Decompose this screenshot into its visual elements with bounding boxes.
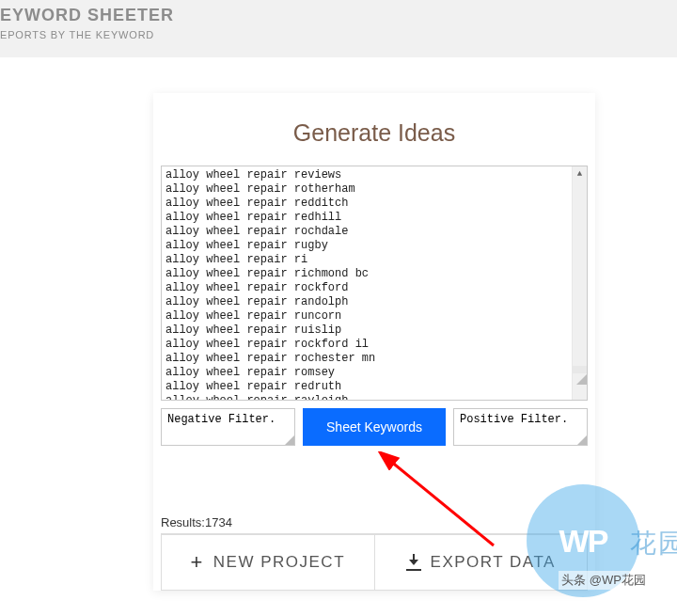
negative-filter-input[interactable]: Negative Filter. [161,408,295,446]
keywords-textarea[interactable]: alloy wheel repair reviews alloy wheel r… [161,166,588,401]
filters-row: Negative Filter. Sheet Keywords Positive… [153,401,595,453]
keywords-content: alloy wheel repair reviews alloy wheel r… [162,166,587,401]
new-project-label: NEW PROJECT [213,553,345,572]
sheet-keywords-button[interactable]: Sheet Keywords [303,408,446,446]
bottom-actions: NEW PROJECT EXPORT DATA [161,533,588,591]
scrollbar[interactable]: ▲ [572,166,587,400]
watermark-cn-text: 花园 [630,526,677,561]
download-icon [406,554,421,571]
resize-grip-icon[interactable] [573,366,588,373]
results-label: Results: [161,515,205,529]
watermark-logo-text: WP [559,523,607,560]
scroll-up-icon[interactable]: ▲ [573,166,587,182]
new-project-button[interactable]: NEW PROJECT [161,534,375,591]
watermark-tag: 头条 @WP花园 [559,571,649,590]
positive-filter-input[interactable]: Positive Filter. [453,408,588,446]
page-header: EYWORD SHEETER EPORTS BY THE KEYWORD [0,0,677,57]
plus-icon [190,550,203,575]
card-title: Generate Ideas [153,119,595,147]
app-subtitle: EPORTS BY THE KEYWORD [0,29,677,40]
results-value: 1734 [205,515,232,529]
generate-ideas-card: Generate Ideas alloy wheel repair review… [153,93,595,591]
app-title: EYWORD SHEETER [0,6,677,25]
